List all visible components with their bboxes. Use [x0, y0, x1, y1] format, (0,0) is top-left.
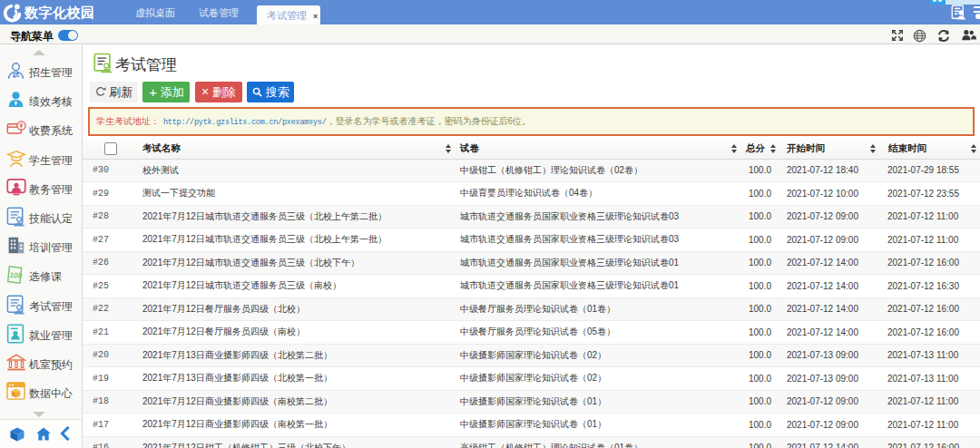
svg-text:100: 100 — [9, 270, 23, 280]
svg-text:¥: ¥ — [20, 122, 24, 129]
